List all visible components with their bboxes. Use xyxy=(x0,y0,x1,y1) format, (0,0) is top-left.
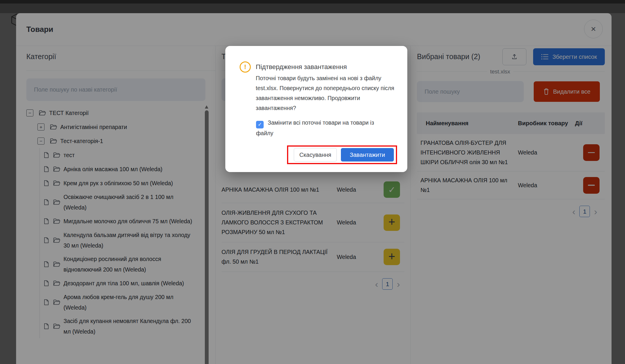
dialog-body: Поточні товари будуть замінені на нові з… xyxy=(256,73,397,113)
cancel-button[interactable]: Скасування xyxy=(294,148,337,162)
replace-checkbox-row: ✓Замінити всі поточні товари на товари і… xyxy=(256,118,391,138)
confirm-dialog: ! Підтвердження завантаження Поточні тов… xyxy=(225,46,407,172)
replace-checkbox-label: Замінити всі поточні товари на товари із… xyxy=(256,119,374,136)
warning-icon: ! xyxy=(240,61,251,73)
dialog-title: Підтвердження завантаження xyxy=(256,63,347,71)
confirm-button[interactable]: Завантажити xyxy=(341,148,394,162)
replace-checkbox[interactable]: ✓ xyxy=(256,121,264,128)
